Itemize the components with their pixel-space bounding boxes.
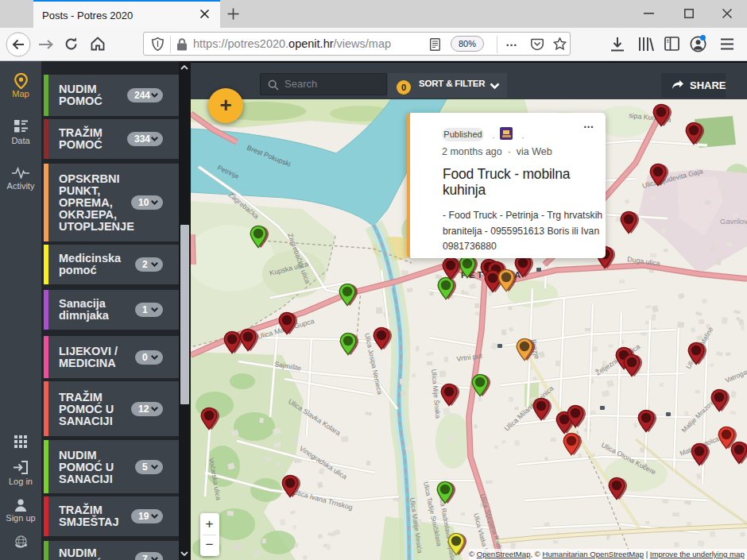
svg-text:Gavrilović: Gavrilović [720, 217, 747, 226]
